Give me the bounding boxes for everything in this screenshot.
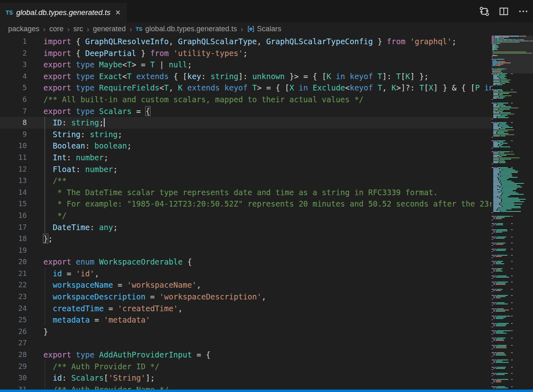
code-line-15[interactable]: 15 * For example: "1985-04-12T23:20:50.5… [0, 198, 492, 210]
code-line-19[interactable]: 19 [0, 245, 492, 256]
code-text: export type Scalars = { [43, 106, 150, 117]
line-number[interactable]: 10 [0, 140, 27, 152]
line-number[interactable]: 9 [0, 129, 27, 140]
line-number[interactable]: 17 [0, 222, 27, 233]
line-number[interactable]: 22 [0, 279, 27, 291]
text-cursor [104, 118, 105, 127]
breadcrumb-item-file[interactable]: global.db.types.generated.ts [145, 25, 237, 33]
code-line-24[interactable]: 24 createdTime = 'createdTime', [0, 303, 492, 314]
breadcrumb-separator-icon: › [129, 25, 132, 34]
code-line-21[interactable]: 21 id = 'id', [0, 268, 492, 280]
line-number[interactable]: 13 [0, 175, 27, 187]
line-number[interactable]: 1 [0, 36, 27, 47]
symbol-type-icon [247, 25, 255, 33]
line-number[interactable]: 15 [0, 198, 27, 210]
code-text: String: string; [43, 129, 123, 140]
open-changes-icon[interactable] [479, 6, 490, 17]
code-line-31[interactable]: 31 /** Auth Provider Name */ [0, 384, 492, 390]
line-number[interactable]: 16 [0, 210, 27, 222]
breadcrumb-item-src[interactable]: src [73, 25, 83, 33]
breadcrumb-item-symbol[interactable]: Scalars [257, 25, 282, 33]
line-number[interactable]: 18 [0, 233, 27, 245]
code-line-18[interactable]: 18}; [0, 233, 492, 245]
line-number[interactable]: 19 [0, 245, 27, 256]
code-line-7[interactable]: 7export type Scalars = { [0, 106, 492, 117]
close-tab-icon[interactable]: × [114, 9, 122, 17]
line-number[interactable]: 14 [0, 187, 27, 198]
code-line-28[interactable]: 28export type AddAuthProviderInput = { [0, 349, 492, 361]
code-line-14[interactable]: 14 * The DateTime scalar type represents… [0, 187, 492, 198]
line-number[interactable]: 5 [0, 82, 27, 94]
typescript-file-icon: TS [6, 9, 13, 16]
code-line-1[interactable]: 1import { GraphQLResolveInfo, GraphQLSca… [0, 36, 492, 47]
code-line-2[interactable]: 2import { DeepPartial } from 'utility-ty… [0, 47, 492, 59]
code-text: workspaceDescription = 'workspaceDescrip… [43, 291, 266, 303]
code-text: Int: number; [43, 152, 108, 164]
line-number[interactable]: 20 [0, 256, 27, 268]
code-line-23[interactable]: 23 workspaceDescription = 'workspaceDesc… [0, 291, 492, 303]
line-number[interactable]: 11 [0, 152, 27, 164]
more-actions-icon[interactable] [518, 6, 529, 17]
code-line-3[interactable]: 3export type Maybe<T> = T | null; [0, 59, 492, 71]
line-number[interactable]: 4 [0, 71, 27, 82]
breadcrumb: packages›core›src›generated›TSglobal.db.… [0, 22, 533, 36]
line-number[interactable]: 3 [0, 59, 27, 71]
code-text: id: Scalars['String']; [43, 372, 155, 384]
line-number[interactable]: 29 [0, 361, 27, 373]
code-line-4[interactable]: 4export type Exact<T extends { [key: str… [0, 71, 492, 82]
code-line-27[interactable]: 27 [0, 337, 492, 349]
line-number[interactable]: 24 [0, 303, 27, 314]
line-number[interactable]: 23 [0, 291, 27, 303]
line-number[interactable]: 25 [0, 314, 27, 326]
line-number[interactable]: 2 [0, 47, 27, 59]
code-text: /** All built-in and custom scalars, map… [43, 94, 363, 106]
code-line-30[interactable]: 30 id: Scalars['String']; [0, 372, 492, 384]
code-text: }; [43, 233, 53, 245]
breadcrumb-item-generated[interactable]: generated [93, 25, 126, 33]
tab-title: global.db.types.generated.ts [16, 8, 114, 17]
code-line-22[interactable]: 22 workspaceName = 'workspaceName', [0, 279, 492, 291]
line-number[interactable]: 21 [0, 268, 27, 280]
code-text: * The DateTime scalar type represents da… [43, 187, 438, 198]
line-number[interactable]: 6 [0, 94, 27, 106]
code-line-29[interactable]: 29 /** Auth Provider ID */ [0, 361, 492, 373]
line-number[interactable]: 31 [0, 384, 27, 390]
code-line-20[interactable]: 20export enum WorkspaceOrderable { [0, 256, 492, 268]
line-number[interactable]: 27 [0, 337, 27, 349]
breadcrumb-file-icon: TS [135, 26, 142, 32]
line-number[interactable]: 7 [0, 106, 27, 117]
code-line-10[interactable]: 10 Boolean: boolean; [0, 140, 492, 152]
line-number[interactable]: 12 [0, 164, 27, 175]
minimap[interactable] [492, 36, 533, 390]
code-text: export type RequireFields<T, K extends k… [43, 82, 492, 94]
line-number[interactable]: 26 [0, 326, 27, 338]
line-number[interactable]: 30 [0, 372, 27, 384]
line-number[interactable]: 8 [0, 117, 27, 129]
code-line-26[interactable]: 26} [0, 326, 492, 338]
tab-global-db-types-generated[interactable]: TS global.db.types.generated.ts × [0, 3, 127, 22]
code-area[interactable]: 1import { GraphQLResolveInfo, GraphQLSca… [0, 36, 492, 390]
code-text: export type AddAuthProviderInput = { [43, 349, 211, 361]
code-line-13[interactable]: 13 /** [0, 175, 492, 187]
editor-tab-bar: TS global.db.types.generated.ts × [0, 0, 533, 22]
code-line-6[interactable]: 6/** All built-in and custom scalars, ma… [0, 94, 492, 106]
code-line-25[interactable]: 25 metadata = 'metadata' [0, 314, 492, 326]
code-text: export type Maybe<T> = T | null; [43, 59, 192, 71]
code-line-12[interactable]: 12 Float: number; [0, 164, 492, 175]
code-line-5[interactable]: 5export type RequireFields<T, K extends … [0, 82, 492, 94]
code-text: } [43, 326, 48, 338]
code-line-16[interactable]: 16 */ [0, 210, 492, 222]
breadcrumb-separator-icon: › [67, 25, 69, 34]
split-editor-icon[interactable] [498, 6, 509, 17]
editor-pane: 1import { GraphQLResolveInfo, GraphQLSca… [0, 36, 533, 390]
line-number[interactable]: 28 [0, 349, 27, 361]
code-line-8[interactable]: 8 ID: string; [0, 117, 492, 129]
code-text: /** [43, 175, 67, 187]
breadcrumb-item-packages[interactable]: packages [8, 25, 39, 33]
code-line-11[interactable]: 11 Int: number; [0, 152, 492, 164]
code-line-9[interactable]: 9 String: string; [0, 129, 492, 140]
breadcrumb-separator-icon: › [241, 25, 243, 34]
code-text: * For example: "1985-04-12T23:20:50.52Z"… [43, 198, 492, 210]
breadcrumb-item-core[interactable]: core [49, 25, 63, 33]
code-line-17[interactable]: 17 DateTime: any; [0, 222, 492, 233]
